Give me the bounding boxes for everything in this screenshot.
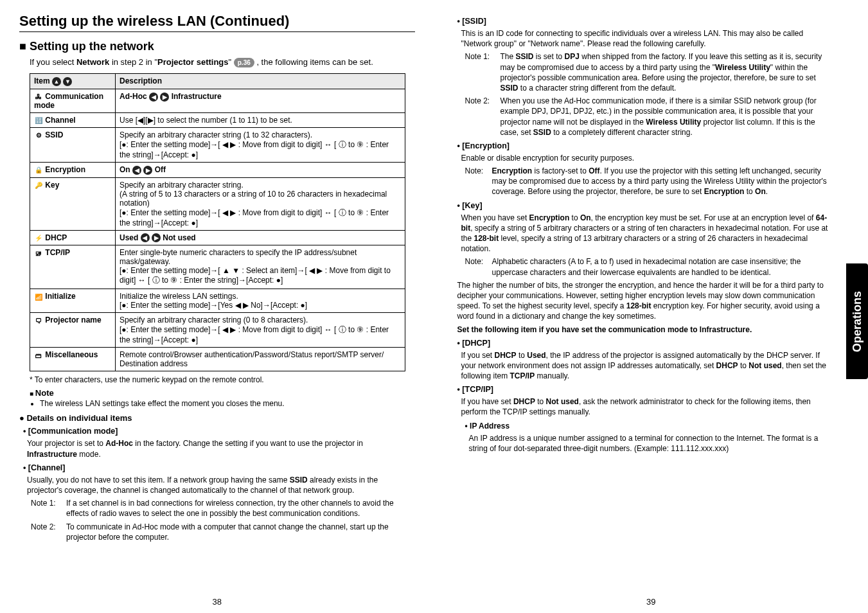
- b: TCP/IP: [510, 371, 535, 380]
- t: If you set: [461, 351, 495, 360]
- table-row: 🗨 Projector name Specify an arbitrary ch…: [30, 313, 405, 348]
- b: Infrastructure: [27, 450, 77, 459]
- key-head: [Key]: [457, 201, 830, 210]
- t: Usually, you do not have to set this ite…: [27, 475, 290, 484]
- lock-icon: 🔒: [34, 166, 43, 173]
- cell-desc: Use [◀][▶] to select the number (1 to 11…: [116, 112, 405, 127]
- page-title: Setting up the wireless LAN (Continued): [19, 13, 415, 32]
- table-row: 🔑 Key Specify an arbitrary character str…: [30, 177, 405, 230]
- note2-text: To communicate in Ad-Hoc mode with a com…: [66, 522, 415, 542]
- cell-item: SSID: [45, 130, 63, 139]
- intro-pre: If you select: [30, 57, 76, 67]
- intro-projset: Projector settings: [157, 57, 229, 67]
- ip-body: An IP address is a unique number assigne…: [469, 433, 830, 454]
- page-ref-p36: p.36: [234, 58, 254, 67]
- cell-pre: On: [120, 165, 132, 174]
- projname-icon: 🗨: [34, 317, 43, 324]
- intro-post: ": [229, 57, 234, 67]
- row-key: 🔑 Key: [30, 177, 116, 230]
- th-item-text: Item: [34, 76, 50, 85]
- table-row: 🖳 TCP/IP Enter single-byte numeric chara…: [30, 245, 405, 289]
- t: mode.: [77, 450, 101, 459]
- ssid-n1-text: The SSID is set to DPJ when shipped from…: [500, 51, 830, 93]
- intro-text: If you select Network in step 2 in "Proj…: [30, 57, 415, 68]
- key-note: Note: Alphabetic characters (A to F, a t…: [465, 256, 830, 277]
- table-footnote: * To enter characters, use the numeric k…: [30, 375, 415, 384]
- b: SSID: [516, 52, 534, 61]
- para1: The higher the number of bits, the stron…: [457, 280, 830, 322]
- right-icon: ▶: [143, 166, 152, 175]
- table-row: 🔒 Encryption On ◀ ▶ Off: [30, 162, 405, 177]
- note1-text: If a set channel is in bad connections f…: [66, 498, 415, 519]
- channel-icon: 🔢: [34, 117, 43, 124]
- b: Encryption: [529, 213, 570, 222]
- row-initialize: 📶 Initialize: [30, 289, 116, 313]
- tcp-head: [TCP/IP]: [457, 385, 830, 394]
- b: SSID: [533, 128, 551, 137]
- down-icon: ▼: [63, 77, 72, 86]
- cell-item: Miscellaneous: [45, 350, 98, 359]
- tcp-body: If you have set DHCP to Not used, ask th…: [461, 396, 830, 417]
- section-heading-network: Setting up the network: [19, 40, 415, 53]
- t: Your projector is set to: [27, 439, 105, 448]
- t: .: [766, 187, 768, 196]
- ssid-n2-text: When you use the Ad-Hoc communication mo…: [500, 96, 830, 138]
- cell-desc: Initialize the wireless LAN settings. [●…: [116, 289, 405, 313]
- row-channel: 🔢 Channel: [30, 112, 116, 127]
- key-icon: 🔑: [34, 182, 43, 189]
- cell-desc: Specify an arbitrary character string (0…: [116, 313, 405, 348]
- t: level, specify a string of 13 arbitrary …: [461, 234, 808, 253]
- b: Ad-Hoc: [105, 439, 133, 448]
- cell-desc: Ad-Hoc ◀ ▶ Infrastructure: [116, 89, 405, 112]
- b: DPJ: [565, 52, 580, 61]
- channel-body: Usually, you do not have to set this ite…: [27, 475, 415, 495]
- row-tcpip: 🖳 TCP/IP: [30, 245, 116, 289]
- tcpip-icon: 🖳: [34, 250, 43, 257]
- table-row: ⚙ SSID Specify an arbitrary character st…: [30, 127, 405, 162]
- misc-icon: 🗃: [34, 352, 43, 359]
- table-row: 🖧 Communication mode Ad-Hoc ◀ ▶ Infrastr…: [30, 89, 405, 112]
- enc-body: Enable or disable encryption for securit…: [461, 153, 830, 163]
- b: On: [580, 213, 591, 222]
- b: Used: [527, 351, 545, 360]
- th-item: Item ▲ ▼: [30, 73, 116, 89]
- cell-item: TCP/IP: [45, 248, 70, 257]
- row-projname: 🗨 Projector name: [30, 313, 116, 348]
- t: The: [500, 52, 516, 61]
- cell-desc: On ◀ ▶ Off: [116, 162, 405, 177]
- t: to a completely different character stri…: [551, 128, 693, 137]
- t: to: [738, 361, 749, 370]
- cell-post: Not used: [161, 233, 196, 242]
- cell-item: Communication mode: [34, 92, 103, 110]
- cell-desc: Remote control/Browser authentication/Pa…: [116, 348, 405, 371]
- b: 128-bit: [474, 234, 499, 243]
- enc-note-text: Encryption is factory-set to Off. If you…: [492, 166, 830, 197]
- page-number-right: 39: [646, 597, 655, 607]
- b: 128-bit: [626, 301, 651, 310]
- cell-item: Initialize: [45, 292, 75, 301]
- ssid-head: [SSID]: [457, 17, 830, 26]
- dhcp-icon: ⚡: [34, 235, 43, 242]
- cell-desc: Specify an arbitrary character string. (…: [116, 177, 405, 230]
- note1-label: Note 1:: [31, 498, 66, 519]
- key-note-text: Alphabetic characters (A to F, a to f) u…: [492, 256, 830, 277]
- ssid-n2-label: Note 2:: [465, 96, 500, 138]
- right-icon: ▶: [152, 233, 161, 242]
- b: SSID: [500, 84, 518, 93]
- page-number-left: 38: [213, 597, 222, 607]
- b: SSID: [290, 475, 308, 484]
- dhcp-body: If you set DHCP to Used, the IP address …: [461, 350, 830, 382]
- table-row: 🔢 Channel Use [◀][▶] to select the numbe…: [30, 112, 405, 127]
- t: to: [744, 187, 755, 196]
- b: Not used: [546, 397, 579, 406]
- comm-icon: 🖧: [34, 93, 43, 100]
- cell-post: Off: [152, 165, 166, 174]
- up-icon: ▲: [52, 77, 61, 86]
- cell-pre: Ad-Hoc: [120, 92, 149, 101]
- left-icon: ◀: [141, 233, 150, 242]
- b: DHCP: [513, 397, 535, 406]
- comm-mode-head: [Communication mode]: [23, 427, 415, 436]
- init-icon: 📶: [34, 294, 43, 301]
- note2: Note 2: To communicate in Ad-Hoc mode wi…: [31, 522, 415, 542]
- left-icon: ◀: [149, 93, 158, 102]
